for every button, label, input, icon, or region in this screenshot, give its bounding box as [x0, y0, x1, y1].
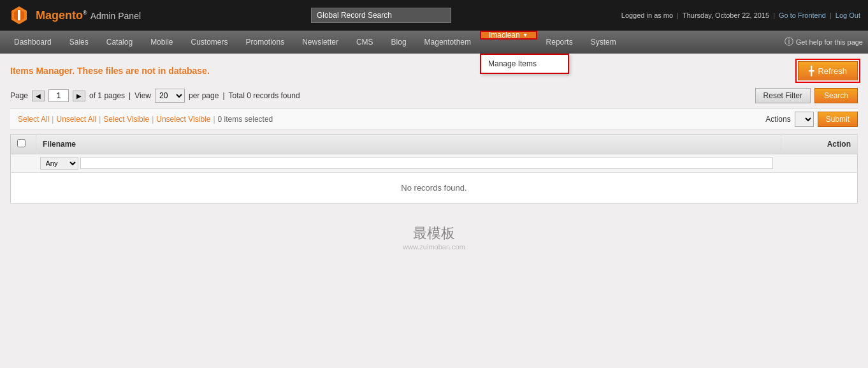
view-label: View: [134, 91, 151, 100]
nav-item-reports[interactable]: Reports: [537, 31, 582, 54]
reset-filter-button[interactable]: Reset Filter: [755, 88, 811, 103]
actions-label: Actions: [765, 115, 790, 124]
nav-item-mobile[interactable]: Mobile: [141, 31, 182, 54]
select-visible-link[interactable]: Select Visible: [103, 115, 149, 124]
actions-area: Actions Submit: [765, 112, 858, 127]
unselect-all-link[interactable]: Unselect All: [56, 115, 96, 124]
global-search-input[interactable]: [311, 8, 451, 23]
no-records-row: No records found.: [11, 173, 858, 203]
manage-items-menu-item[interactable]: Manage Items: [481, 54, 568, 73]
nav-item-customers[interactable]: Customers: [182, 31, 236, 54]
total-records-text: Total 0 records found: [229, 91, 300, 100]
filter-filename-input[interactable]: [80, 158, 773, 169]
chevron-down-icon: ▼: [523, 32, 528, 38]
header-right: Logged in as mo | Thursday, October 22, …: [621, 11, 860, 19]
watermark-subtext: www.zuimoban.com: [0, 243, 868, 251]
selection-bar: Select All | Unselect All | Select Visib…: [10, 108, 858, 130]
filter-any-select[interactable]: Any: [40, 157, 78, 170]
no-records-message: No records found.: [11, 173, 858, 203]
imaclean-dropdown-menu: Manage Items: [480, 54, 569, 74]
pagination-right: Reset Filter Search: [755, 88, 858, 103]
total-pages-text: of 1 pages: [89, 91, 125, 100]
filter-row: Any: [11, 154, 858, 173]
select-all-link[interactable]: Select All: [18, 115, 49, 124]
nav-item-newsletter[interactable]: Newsletter: [293, 31, 347, 54]
filter-checkbox-cell: [11, 154, 36, 173]
select-all-checkbox[interactable]: [17, 139, 25, 147]
content-wrapper: Items Manager. These files are not in da…: [0, 54, 868, 211]
nav-item-promotions[interactable]: Promotions: [237, 31, 294, 54]
date-text: Thursday, October 22, 2015: [683, 11, 769, 19]
filter-filename-cell: Any: [36, 154, 781, 173]
items-selected-count: 0 items selected: [218, 115, 273, 124]
data-table: Filename Action Any No records found.: [10, 134, 858, 203]
nav-item-dashboard[interactable]: Dashboard: [5, 31, 61, 54]
per-page-label: per page: [189, 91, 219, 100]
separator2: |: [222, 91, 224, 100]
page-number-input[interactable]: [48, 89, 69, 102]
go-to-frontend-link[interactable]: Go to Frontend: [779, 11, 826, 19]
separator: |: [129, 91, 131, 100]
title-bar: Items Manager. These files are not in da…: [10, 61, 858, 80]
header: Magento® Admin Panel Logged in as mo | T…: [0, 0, 868, 31]
actions-select[interactable]: [795, 112, 814, 127]
page-title: Items Manager. These files are not in da…: [10, 66, 210, 76]
nav-item-blog[interactable]: Blog: [382, 31, 416, 54]
nav-item-system[interactable]: System: [582, 31, 625, 54]
watermark-text: 最模板: [0, 224, 868, 243]
navbar: Dashboard Sales Catalog Mobile Customers…: [0, 31, 868, 54]
search-button[interactable]: Search: [814, 88, 858, 103]
col-action-header: Action: [781, 135, 858, 154]
nav-dropdown-imaclean: Imaclean ▼ Manage Items: [480, 31, 537, 54]
nav-right: ⓘ Get help for this page: [785, 31, 863, 54]
page-label: Page: [10, 91, 28, 100]
plus-icon: ╋: [809, 66, 814, 76]
refresh-button[interactable]: ╋ Refresh: [798, 61, 858, 80]
unselect-visible-link[interactable]: Unselect Visible: [156, 115, 210, 124]
pagination-bar: Page ◀ ▶ of 1 pages | View 20 50 100 per…: [10, 88, 858, 103]
table-header-row: Filename Action: [11, 135, 858, 154]
logo-area: Magento® Admin Panel: [8, 4, 141, 27]
nav-item-catalog[interactable]: Catalog: [98, 31, 141, 54]
per-page-select[interactable]: 20 50 100: [155, 89, 185, 103]
svg-rect-2: [18, 10, 20, 20]
logo-brand-text: Magento® Admin Panel: [36, 9, 141, 22]
log-out-link[interactable]: Log Out: [835, 11, 860, 19]
submit-button[interactable]: Submit: [818, 112, 858, 127]
magento-logo-icon: [8, 4, 31, 27]
nav-item-sales[interactable]: Sales: [61, 31, 98, 54]
filter-action-cell: [781, 154, 858, 173]
help-circle-icon: ⓘ: [785, 36, 793, 48]
page-next-button[interactable]: ▶: [73, 91, 85, 101]
nav-item-imaclean[interactable]: Imaclean ▼: [480, 31, 537, 40]
watermark-area: 最模板 www.zuimoban.com: [0, 211, 868, 263]
global-search-area: [311, 8, 451, 23]
col-checkbox: [11, 135, 36, 154]
col-filename-header: Filename: [36, 135, 781, 154]
help-link[interactable]: ⓘ Get help for this page: [785, 36, 863, 48]
nav-item-magentothem[interactable]: Magentothem: [416, 31, 480, 54]
page-prev-button[interactable]: ◀: [32, 91, 45, 101]
logged-in-text: Logged in as mo: [621, 11, 673, 19]
nav-item-cms[interactable]: CMS: [347, 31, 382, 54]
